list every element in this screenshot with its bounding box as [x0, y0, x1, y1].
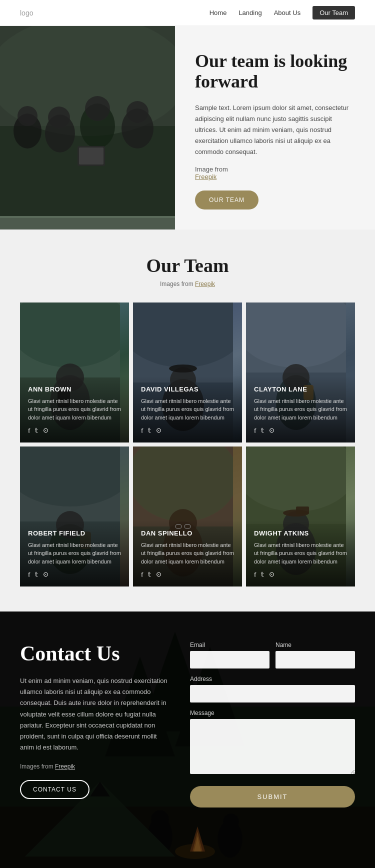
- name-input[interactable]: [276, 651, 355, 668]
- email-label: Email: [190, 642, 270, 648]
- facebook-icon-5[interactable]: f: [141, 570, 143, 578]
- team-card-overlay-4: ROBERT FIFIELD Glavi amet ritnisl libero…: [20, 520, 129, 587]
- twitter-icon-2[interactable]: 𝕥: [148, 426, 151, 434]
- team-source: Images from Freepik: [20, 280, 355, 288]
- team-card-dan-spinello: DAN SPINELLO Glavi amet ritnisl libero m…: [133, 446, 242, 586]
- email-input[interactable]: [190, 651, 270, 668]
- team-member-desc-6: Glavi amet ritnisl libero molestie ante …: [254, 541, 347, 566]
- team-member-name-5: DAN SPINELLO: [141, 530, 234, 537]
- team-member-desc-2: Glavi amet ritnisl libero molestie ante …: [141, 397, 234, 422]
- team-card-overlay-5: DAN SPINELLO Glavi amet ritnisl libero m…: [133, 520, 242, 587]
- hero-source-link[interactable]: Freepik: [195, 173, 216, 180]
- nav-our-team[interactable]: Our Team: [312, 6, 355, 20]
- team-card-social-6: f 𝕥 ⊙: [254, 570, 347, 578]
- contact-inner: Contact Us Ut enim ad minim veniam, quis…: [0, 612, 375, 838]
- team-card-social-4: f 𝕥 ⊙: [28, 570, 121, 578]
- team-section: Our Team Images from Freepik: [0, 230, 375, 612]
- contact-source-link[interactable]: Freepik: [55, 763, 75, 770]
- instagram-icon-3[interactable]: ⊙: [269, 426, 274, 434]
- team-member-name-4: ROBERT FIFIELD: [28, 530, 121, 537]
- contact-us-button[interactable]: CONTACT US: [20, 780, 90, 799]
- team-card-overlay-1: ANN BROWN Glavi amet ritnisl libero mole…: [20, 376, 129, 443]
- team-card-ann-brown: ANN BROWN Glavi amet ritnisl libero mole…: [20, 302, 129, 442]
- twitter-icon-3[interactable]: 𝕥: [261, 426, 264, 434]
- hero-image: [0, 26, 175, 230]
- contact-section: Contact Us Ut enim ad minim veniam, quis…: [0, 612, 375, 868]
- hero-source: Image from Freepik: [195, 166, 355, 180]
- nav-links: Home Landing About Us Our Team: [210, 6, 355, 20]
- facebook-icon-2[interactable]: f: [141, 426, 143, 434]
- address-input[interactable]: [190, 685, 355, 702]
- instagram-icon-5[interactable]: ⊙: [156, 570, 162, 578]
- nav-about[interactable]: About Us: [274, 9, 300, 16]
- facebook-icon-6[interactable]: f: [254, 570, 256, 578]
- twitter-icon-5[interactable]: 𝕥: [148, 570, 151, 578]
- message-label: Message: [190, 710, 355, 716]
- instagram-icon-4[interactable]: ⊙: [43, 570, 48, 578]
- submit-button[interactable]: SUBMIT: [190, 786, 355, 808]
- team-member-name-6: DWIGHT ATKINS: [254, 530, 347, 537]
- team-member-name-2: DAVID VILLEGAS: [141, 386, 234, 393]
- hero-body: Sample text. Lorem ipsum dolor sit amet,…: [195, 102, 355, 158]
- team-member-desc-3: Glavi amet ritnisl libero molestie ante …: [254, 397, 347, 422]
- team-card-overlay-2: DAVID VILLEGAS Glavi amet ritnisl libero…: [133, 376, 242, 443]
- nav-landing[interactable]: Landing: [238, 9, 262, 16]
- name-label: Name: [276, 642, 355, 648]
- contact-source-prefix: Images from: [20, 763, 54, 770]
- svg-rect-13: [0, 26, 175, 216]
- team-card-social-3: f 𝕥 ⊙: [254, 426, 347, 434]
- team-source-link[interactable]: Freepik: [195, 280, 215, 288]
- contact-left: Contact Us Ut enim ad minim veniam, quis…: [20, 642, 170, 808]
- team-card-clayton-lane: CLAYTON LANE Glavi amet ritnisl libero m…: [246, 302, 355, 442]
- twitter-icon-6[interactable]: 𝕥: [261, 570, 264, 578]
- logo: logo: [20, 9, 33, 17]
- team-member-desc-4: Glavi amet ritnisl libero molestie ante …: [28, 541, 121, 566]
- hero-content: Our team is looking forward Sample text.…: [175, 26, 375, 230]
- facebook-icon-1[interactable]: f: [28, 426, 30, 434]
- hero-section: Our team is looking forward Sample text.…: [0, 26, 375, 230]
- contact-source: Images from Freepik: [20, 763, 170, 770]
- contact-title: Contact Us: [20, 642, 170, 666]
- team-section-title: Our Team: [20, 254, 355, 276]
- team-card-social-5: f 𝕥 ⊙: [141, 570, 234, 578]
- team-source-prefix: Images from: [160, 280, 194, 288]
- team-card-social-2: f 𝕥 ⊙: [141, 426, 234, 434]
- team-grid: ANN BROWN Glavi amet ritnisl libero mole…: [20, 302, 355, 586]
- team-member-name-1: ANN BROWN: [28, 386, 121, 393]
- instagram-icon-2[interactable]: ⊙: [156, 426, 162, 434]
- hero-our-team-button[interactable]: OUR TEAM: [195, 190, 258, 210]
- form-group-email: Email: [190, 642, 270, 668]
- team-card-social-1: f 𝕥 ⊙: [28, 426, 121, 434]
- contact-desc: Ut enim ad minim veniam, quis nostrud ex…: [20, 676, 170, 753]
- facebook-icon-4[interactable]: f: [28, 570, 30, 578]
- team-card-overlay-6: DWIGHT ATKINS Glavi amet ritnisl libero …: [246, 520, 355, 587]
- facebook-icon-3[interactable]: f: [254, 426, 256, 434]
- form-group-message: Message: [190, 710, 355, 774]
- team-card-dwight-atkins: DWIGHT ATKINS Glavi amet ritnisl libero …: [246, 446, 355, 586]
- team-member-desc-1: Glavi amet ritnisl libero molestie ante …: [28, 397, 121, 422]
- team-member-name-3: CLAYTON LANE: [254, 386, 347, 393]
- twitter-icon-4[interactable]: 𝕥: [35, 570, 38, 578]
- navbar: logo Home Landing About Us Our Team: [0, 0, 375, 26]
- nav-home[interactable]: Home: [210, 9, 227, 16]
- address-label: Address: [190, 676, 355, 682]
- team-card-robert-fifield: ROBERT FIFIELD Glavi amet ritnisl libero…: [20, 446, 129, 586]
- instagram-icon-1[interactable]: ⊙: [43, 426, 48, 434]
- form-group-name: Name: [276, 642, 355, 668]
- team-card-david-villegas: DAVID VILLEGAS Glavi amet ritnisl libero…: [133, 302, 242, 442]
- form-group-address: Address: [190, 676, 355, 702]
- twitter-icon-1[interactable]: 𝕥: [35, 426, 38, 434]
- instagram-icon-6[interactable]: ⊙: [269, 570, 274, 578]
- message-textarea[interactable]: [190, 719, 355, 774]
- hero-source-prefix: Image from: [195, 166, 228, 173]
- hero-image-placeholder: [0, 26, 175, 216]
- contact-right: Email Name Address Message SUBMIT: [190, 642, 355, 808]
- team-member-desc-5: Glavi amet ritnisl libero molestie ante …: [141, 541, 234, 566]
- form-row-email-name: Email Name: [190, 642, 355, 668]
- hero-title: Our team is looking forward: [195, 51, 355, 92]
- team-card-overlay-3: CLAYTON LANE Glavi amet ritnisl libero m…: [246, 376, 355, 443]
